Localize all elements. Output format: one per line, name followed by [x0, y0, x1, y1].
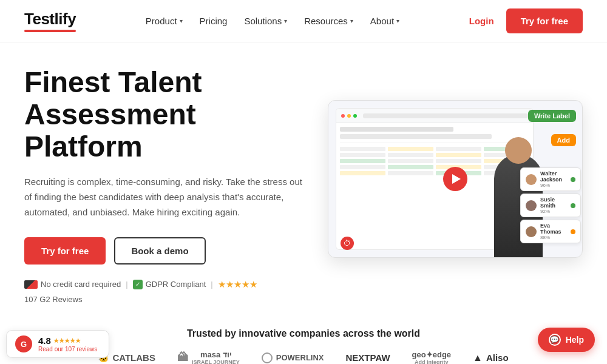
- nav-item-about[interactable]: About ▾: [370, 16, 399, 26]
- avatar: [526, 226, 537, 237]
- mock-cell: [388, 147, 433, 151]
- mock-cell: [436, 153, 481, 157]
- mock-cell: [388, 153, 433, 157]
- mock-cell: [340, 153, 385, 157]
- g2-stars: ★★★★★: [53, 337, 81, 344]
- chevron-down-icon: ▾: [180, 18, 183, 24]
- logo-masa: 🏔 masa יוד ISRAEL JOURNEY: [177, 350, 240, 364]
- play-icon: [452, 174, 461, 184]
- logo-geoedge: geo✦edge Add Integrity: [412, 350, 451, 364]
- g2-score: 4.8 ★★★★★: [38, 335, 97, 346]
- circle-icon: [262, 352, 273, 363]
- chat-icon: 💬: [549, 334, 561, 346]
- help-button[interactable]: 💬 Help: [538, 328, 595, 352]
- hero-right: Write Label Add Walter Jackson 96%: [328, 100, 583, 270]
- logo-aliso: ▲ Aliso: [473, 352, 509, 363]
- credit-card-icon: [24, 280, 38, 289]
- play-button[interactable]: [443, 167, 467, 191]
- candidate-info: Susie Smith 92%: [540, 197, 567, 214]
- window-dot-red: [341, 114, 345, 118]
- person-head: [505, 137, 532, 164]
- star-rating: ★★★★★: [218, 279, 257, 290]
- window-dot-green: [353, 114, 357, 118]
- avatar: [526, 174, 537, 185]
- candidate-info: Walter Jackson 96%: [540, 170, 567, 188]
- login-link[interactable]: Login: [469, 16, 494, 26]
- brand-name: Testlify: [24, 10, 76, 28]
- book-demo-button[interactable]: Book a demo: [114, 237, 205, 265]
- hero-subtitle: Recruiting is complex, time-consuming, a…: [24, 175, 304, 220]
- gdpr-badge: ✓ GDPR Compliant: [133, 280, 206, 289]
- chevron-down-icon: ▾: [284, 18, 287, 24]
- nav-item-product[interactable]: Product ▾: [146, 16, 183, 26]
- add-badge: Add: [551, 134, 576, 146]
- mock-row: [340, 134, 492, 139]
- chevron-down-icon: ▾: [396, 18, 399, 24]
- nav-links: Product ▾ Pricing Solutions ▾ Resources …: [146, 16, 399, 26]
- mock-cell: [340, 159, 385, 163]
- mock-cell: [436, 147, 481, 151]
- mock-cell: [436, 159, 481, 163]
- nav-item-resources[interactable]: Resources ▾: [304, 16, 353, 26]
- hero-title: Finest Talent Assessment Platform: [24, 67, 316, 163]
- candidate-card-2: Susie Smith 92%: [520, 194, 581, 217]
- hero-left: Finest Talent Assessment Platform Recrui…: [24, 67, 316, 304]
- mock-header: [336, 109, 533, 123]
- navbar: Testlify Product ▾ Pricing Solutions ▾ R…: [0, 0, 607, 42]
- status-dot: [571, 203, 575, 208]
- avatar: [526, 200, 537, 211]
- hero-badges: No credit card required | ✓ GDPR Complia…: [24, 279, 316, 304]
- candidate-card-1: Walter Jackson 96%: [520, 167, 581, 191]
- logo-nextpaw: NEXTPAW: [346, 352, 390, 363]
- chevron-down-icon: ▾: [350, 18, 353, 24]
- product-screenshot: Write Label Add Walter Jackson 96%: [328, 100, 583, 258]
- g2-logo: G: [15, 335, 32, 352]
- write-label-badge: Write Label: [528, 110, 576, 122]
- triangle-icon: ▲: [473, 352, 483, 363]
- mock-cell: [388, 165, 433, 169]
- no-credit-card-badge: No credit card required: [24, 280, 121, 289]
- candidate-card-3: Eva Thomas 88%: [520, 220, 581, 243]
- hero-buttons: Try for free Book a demo: [24, 237, 316, 265]
- mock-cell: [388, 171, 433, 175]
- mock-cell: [340, 147, 385, 151]
- g2-badge: G 4.8 ★★★★★ Read our 107 reviews: [6, 330, 109, 358]
- g2-reviews-link[interactable]: Read our 107 reviews: [38, 346, 97, 352]
- mock-address-bar: [363, 113, 528, 118]
- logo-underline: [24, 30, 76, 32]
- status-dot: [571, 177, 575, 182]
- nav-item-solutions[interactable]: Solutions ▾: [244, 16, 287, 26]
- candidate-info: Eva Thomas 88%: [540, 223, 567, 240]
- mock-cell: [340, 165, 385, 169]
- mock-cell: [340, 171, 385, 175]
- nav-cta-button[interactable]: Try for free: [506, 8, 583, 33]
- try-for-free-button[interactable]: Try for free: [24, 237, 106, 265]
- window-dot-yellow: [347, 114, 351, 118]
- candidate-cards: Walter Jackson 96% Susie Smith 92%: [520, 167, 581, 243]
- logo-powerlinx: POWERLINX: [262, 352, 324, 363]
- nav-item-pricing[interactable]: Pricing: [200, 16, 228, 26]
- mock-row: [340, 127, 453, 132]
- logo[interactable]: Testlify: [24, 10, 76, 32]
- checkmark-icon: ✓: [133, 280, 143, 289]
- hero-section: Finest Talent Assessment Platform Recrui…: [0, 42, 607, 316]
- status-dot: [571, 229, 575, 234]
- mock-cell: [388, 159, 433, 163]
